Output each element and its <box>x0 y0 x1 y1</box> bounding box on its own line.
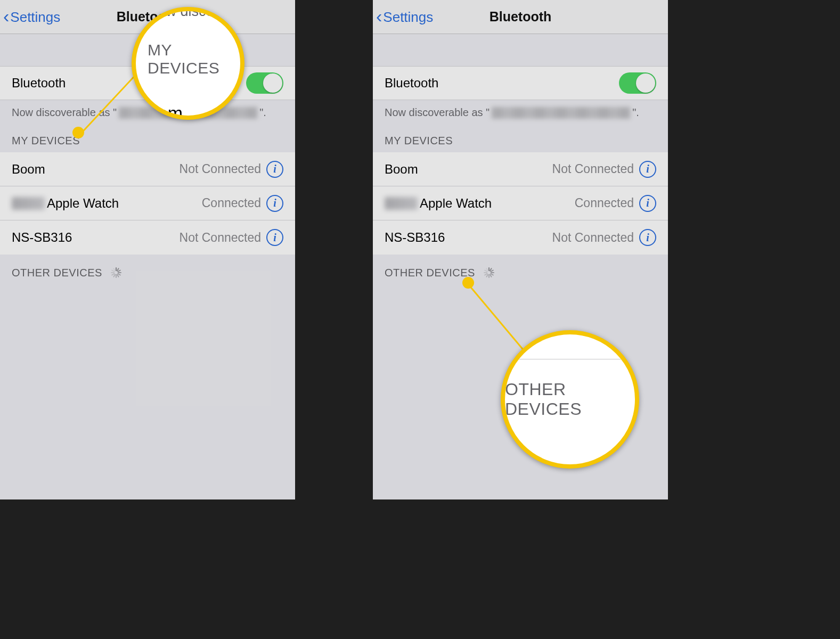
spinner-icon <box>483 266 495 279</box>
bluetooth-label: Bluetooth <box>385 76 438 91</box>
back-button[interactable]: ‹ Settings <box>376 0 433 34</box>
device-row[interactable]: Boom Not Connected i <box>373 152 668 186</box>
discoverable-text: Now discoverable as " ". <box>0 100 295 123</box>
device-row[interactable]: NS-SB316 Not Connected i <box>0 220 295 255</box>
page-title: Bluetooth <box>490 9 552 24</box>
screenshot-right: ‹ Settings Bluetooth Bluetooth Now disco… <box>373 0 668 499</box>
info-icon[interactable]: i <box>639 161 656 178</box>
device-name: NS-SB316 <box>385 230 445 245</box>
back-button[interactable]: ‹ Settings <box>3 0 60 34</box>
my-devices-header: MY DEVICES <box>373 123 668 152</box>
discoverable-text: Now discoverable as " ". <box>373 100 668 123</box>
device-name: Boom <box>12 162 45 177</box>
device-status: Not Connected <box>180 162 261 176</box>
device-status: Connected <box>202 196 261 210</box>
my-devices-list: Boom Not Connected i Apple Watch Connect… <box>373 152 668 255</box>
bluetooth-switch[interactable] <box>619 72 656 94</box>
back-label: Settings <box>10 9 60 26</box>
device-row[interactable]: Apple Watch Connected i <box>0 186 295 220</box>
bluetooth-label: Bluetooth <box>12 76 66 91</box>
device-name: NS-SB316 <box>12 230 72 245</box>
redacted-device-name <box>119 107 257 119</box>
device-row[interactable]: Boom Not Connected i <box>0 152 295 186</box>
info-icon[interactable]: i <box>639 229 656 246</box>
redacted-owner-name <box>385 197 418 210</box>
info-icon[interactable]: i <box>639 195 656 212</box>
bluetooth-toggle-row[interactable]: Bluetooth <box>0 66 295 100</box>
screenshot-left: ‹ Settings Bluetooth Bluetooth Now disco… <box>0 0 295 499</box>
device-name: Apple Watch <box>420 196 492 211</box>
redacted-owner-name <box>12 197 45 210</box>
page-title: Bluetooth <box>117 9 179 24</box>
my-devices-header: MY DEVICES <box>0 123 295 152</box>
other-devices-header: OTHER DEVICES <box>0 255 295 284</box>
navbar: ‹ Settings Bluetooth <box>373 0 668 34</box>
info-icon[interactable]: i <box>266 195 283 212</box>
device-name: Boom <box>385 162 418 177</box>
device-status: Not Connected <box>552 162 634 176</box>
other-devices-header: OTHER DEVICES <box>373 255 668 284</box>
spinner-icon <box>110 266 123 279</box>
device-status: Not Connected <box>552 231 634 245</box>
chevron-left-icon: ‹ <box>376 7 382 25</box>
bluetooth-toggle-row[interactable]: Bluetooth <box>373 66 668 100</box>
chevron-left-icon: ‹ <box>3 7 9 25</box>
device-row[interactable]: NS-SB316 Not Connected i <box>373 220 668 255</box>
my-devices-list: Boom Not Connected i Apple Watch Connect… <box>0 152 295 255</box>
redacted-device-name <box>492 107 630 119</box>
device-row[interactable]: Apple Watch Connected i <box>373 186 668 220</box>
device-name: Apple Watch <box>47 196 119 211</box>
info-icon[interactable]: i <box>266 161 283 178</box>
device-status: Connected <box>575 196 634 210</box>
navbar: ‹ Settings Bluetooth <box>0 0 295 34</box>
back-label: Settings <box>383 9 433 26</box>
info-icon[interactable]: i <box>266 229 283 246</box>
bluetooth-switch[interactable] <box>246 72 283 94</box>
device-status: Not Connected <box>180 231 261 245</box>
